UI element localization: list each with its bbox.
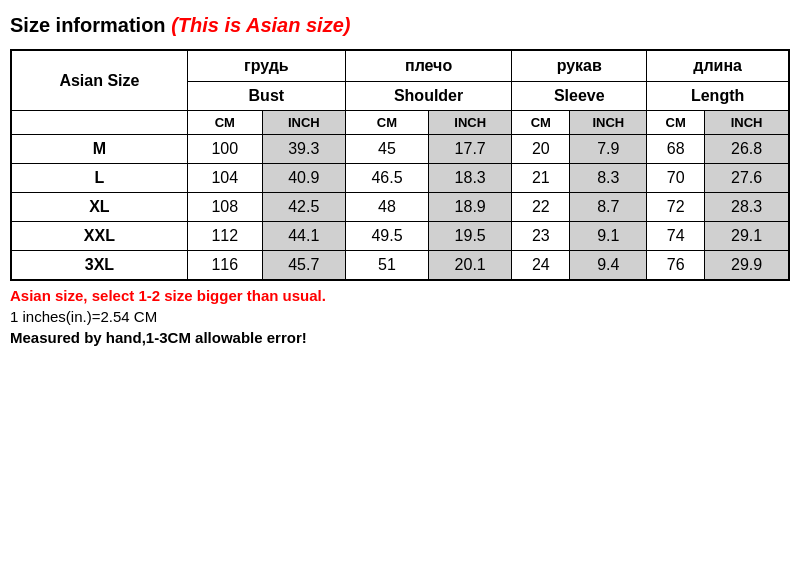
shoulder-cm-unit: CM	[345, 111, 428, 135]
length-cm-cell: 74	[647, 222, 705, 251]
length-inch-cell: 27.6	[705, 164, 789, 193]
sleeve-cm-cell: 23	[512, 222, 570, 251]
bust-cm-cell: 100	[187, 135, 262, 164]
footer-note1: Asian size, select 1-2 size bigger than …	[10, 287, 790, 304]
length-inch-cell: 26.8	[705, 135, 789, 164]
size-cell: L	[11, 164, 187, 193]
table-row: M 100 39.3 45 17.7 20 7.9 68 26.8	[11, 135, 789, 164]
size-cell: 3XL	[11, 251, 187, 281]
shoulder-inch-cell: 20.1	[429, 251, 512, 281]
footer-note2: 1 inches(in.)=2.54 CM	[10, 308, 790, 325]
footer-notes: Asian size, select 1-2 size bigger than …	[10, 287, 790, 346]
size-cell: XXL	[11, 222, 187, 251]
table-row: L 104 40.9 46.5 18.3 21 8.3 70 27.6	[11, 164, 789, 193]
bust-cm-cell: 104	[187, 164, 262, 193]
title-prefix: Size information	[10, 14, 171, 36]
bust-inch-cell: 42.5	[262, 193, 345, 222]
table-body: M 100 39.3 45 17.7 20 7.9 68 26.8 L 104 …	[11, 135, 789, 281]
bust-cm-cell: 116	[187, 251, 262, 281]
bust-cm-cell: 112	[187, 222, 262, 251]
sleeve-cm-cell: 22	[512, 193, 570, 222]
bust-inch-unit: INCH	[262, 111, 345, 135]
size-cell: XL	[11, 193, 187, 222]
length-inch-cell: 29.9	[705, 251, 789, 281]
shoulder-cm-cell: 51	[345, 251, 428, 281]
shoulder-inch-unit: INCH	[429, 111, 512, 135]
size-unit-placeholder	[11, 111, 187, 135]
length-cm-cell: 68	[647, 135, 705, 164]
bust-inch-cell: 45.7	[262, 251, 345, 281]
table-row: XL 108 42.5 48 18.9 22 8.7 72 28.3	[11, 193, 789, 222]
bust-inch-cell: 44.1	[262, 222, 345, 251]
length-inch-unit: INCH	[705, 111, 789, 135]
english-shoulder-header: Shoulder	[345, 82, 511, 111]
shoulder-cm-cell: 49.5	[345, 222, 428, 251]
sleeve-cm-cell: 24	[512, 251, 570, 281]
shoulder-cm-cell: 48	[345, 193, 428, 222]
length-inch-cell: 28.3	[705, 193, 789, 222]
bust-inch-cell: 40.9	[262, 164, 345, 193]
footer-note3: Measured by hand,1-3CM allowable error!	[10, 329, 790, 346]
shoulder-inch-cell: 19.5	[429, 222, 512, 251]
sleeve-cm-unit: CM	[512, 111, 570, 135]
title-highlight: (This is Asian size)	[171, 14, 350, 36]
sleeve-cm-cell: 21	[512, 164, 570, 193]
shoulder-cm-cell: 46.5	[345, 164, 428, 193]
sleeve-inch-cell: 8.3	[570, 164, 647, 193]
russian-sleeve-header: рукав	[512, 50, 647, 82]
length-inch-cell: 29.1	[705, 222, 789, 251]
size-table: Asian Size грудь плечо рукав длина Bust …	[10, 49, 790, 281]
bust-cm-unit: CM	[187, 111, 262, 135]
sleeve-cm-cell: 20	[512, 135, 570, 164]
russian-shoulder-header: плечо	[345, 50, 511, 82]
length-cm-unit: CM	[647, 111, 705, 135]
sleeve-inch-cell: 9.1	[570, 222, 647, 251]
bust-inch-cell: 39.3	[262, 135, 345, 164]
sleeve-inch-cell: 9.4	[570, 251, 647, 281]
english-bust-header: Bust	[187, 82, 345, 111]
shoulder-inch-cell: 17.7	[429, 135, 512, 164]
length-cm-cell: 72	[647, 193, 705, 222]
sleeve-inch-unit: INCH	[570, 111, 647, 135]
russian-header-row: Asian Size грудь плечо рукав длина	[11, 50, 789, 82]
length-cm-cell: 76	[647, 251, 705, 281]
sleeve-inch-cell: 8.7	[570, 193, 647, 222]
english-sleeve-header: Sleeve	[512, 82, 647, 111]
table-row: XXL 112 44.1 49.5 19.5 23 9.1 74 29.1	[11, 222, 789, 251]
russian-length-header: длина	[647, 50, 789, 82]
english-length-header: Length	[647, 82, 789, 111]
size-cell: M	[11, 135, 187, 164]
table-row: 3XL 116 45.7 51 20.1 24 9.4 76 29.9	[11, 251, 789, 281]
shoulder-inch-cell: 18.9	[429, 193, 512, 222]
sleeve-inch-cell: 7.9	[570, 135, 647, 164]
asian-size-header: Asian Size	[11, 50, 187, 111]
shoulder-cm-cell: 45	[345, 135, 428, 164]
length-cm-cell: 70	[647, 164, 705, 193]
page-title: Size information (This is Asian size)	[10, 10, 790, 41]
bust-cm-cell: 108	[187, 193, 262, 222]
shoulder-inch-cell: 18.3	[429, 164, 512, 193]
russian-bust-header: грудь	[187, 50, 345, 82]
units-row: CM INCH CM INCH CM INCH CM INCH	[11, 111, 789, 135]
